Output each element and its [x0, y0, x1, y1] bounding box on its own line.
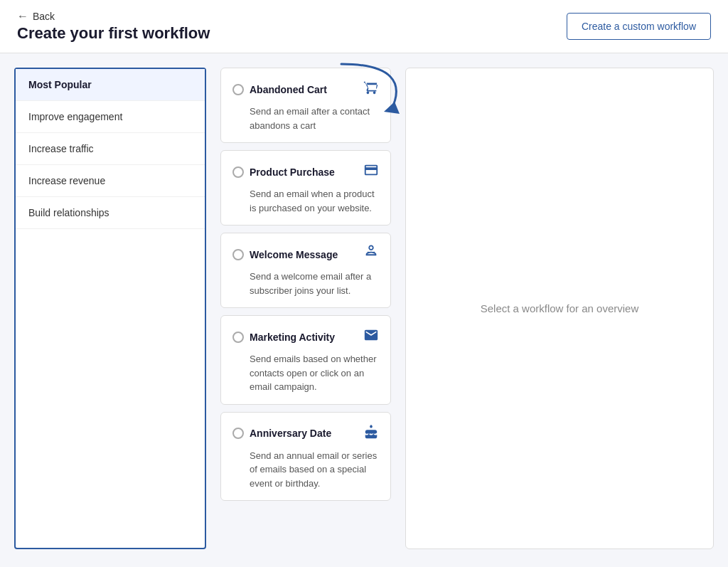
workflow-card-header-anniversary-date: Anniversary Date: [232, 424, 379, 443]
sidebar: Most PopularImprove engagementIncrease t…: [14, 68, 206, 549]
workflow-card-welcome-message[interactable]: Welcome MessageSend a welcome email afte…: [220, 233, 391, 308]
workflow-card-header-marketing-activity: Marketing Activity: [232, 327, 379, 346]
svg-marker-0: [384, 102, 400, 114]
workflow-card-header-product-purchase: Product Purchase: [232, 162, 379, 181]
workflow-desc-welcome-message: Send a welcome email after a subscriber …: [232, 270, 379, 297]
sidebar-item-build-relationships[interactable]: Build relationships: [16, 197, 205, 229]
top-bar: ← Back Create your first workflow Create…: [0, 0, 728, 53]
overview-panel: Select a workflow for an overview: [405, 68, 714, 549]
back-label: Back: [33, 11, 55, 22]
create-custom-workflow-button[interactable]: Create a custom workflow: [567, 13, 711, 40]
workflow-name-marketing-activity: Marketing Activity: [250, 332, 335, 343]
sidebar-item-increase-revenue[interactable]: Increase revenue: [16, 165, 205, 197]
workflow-icon-anniversary-date: [363, 424, 379, 443]
workflow-desc-marketing-activity: Send emails based on whether contacts op…: [232, 352, 379, 394]
workflow-name-anniversary-date: Anniversary Date: [250, 428, 331, 439]
page-title: Create your first workflow: [17, 24, 210, 43]
workflow-card-product-purchase[interactable]: Product PurchaseSend an email when a pro…: [220, 150, 391, 226]
sidebar-item-most-popular[interactable]: Most Popular: [16, 69, 205, 101]
workflow-name-product-purchase: Product Purchase: [250, 166, 335, 178]
sidebar-item-improve-engagement[interactable]: Improve engagement: [16, 101, 205, 133]
workflow-card-marketing-activity[interactable]: Marketing ActivitySend emails based on w…: [220, 315, 391, 405]
radio-welcome-message[interactable]: [232, 249, 244, 260]
arrow-indicator: [334, 60, 419, 120]
workflow-card-header-welcome-message: Welcome Message: [232, 245, 379, 264]
workflow-desc-anniversary-date: Send an annual email or series of emails…: [232, 449, 379, 491]
workflow-icon-welcome-message: [363, 245, 379, 264]
workflow-icon-marketing-activity: [363, 327, 379, 346]
workflows-section: Abandoned CartSend an email after a cont…: [206, 53, 728, 563]
workflow-name-abandoned-cart: Abandoned Cart: [250, 84, 327, 95]
workflow-name-welcome-message: Welcome Message: [250, 249, 338, 260]
workflow-desc-product-purchase: Send an email when a product is purchase…: [232, 187, 379, 215]
radio-abandoned-cart[interactable]: [232, 84, 244, 95]
sidebar-item-increase-traffic[interactable]: Increase traffic: [16, 133, 205, 165]
overview-placeholder: Select a workflow for an overview: [481, 302, 639, 314]
radio-anniversary-date[interactable]: [232, 428, 244, 439]
radio-product-purchase[interactable]: [232, 166, 244, 178]
workflow-icon-product-purchase: [363, 162, 379, 181]
workflows-list: Abandoned CartSend an email after a cont…: [220, 68, 391, 549]
title-section: ← Back Create your first workflow: [17, 10, 210, 43]
back-link[interactable]: ← Back: [17, 10, 210, 23]
radio-marketing-activity[interactable]: [232, 332, 244, 343]
main-content: Most PopularImprove engagementIncrease t…: [0, 53, 728, 563]
back-arrow-icon: ←: [17, 10, 28, 23]
workflow-card-anniversary-date[interactable]: Anniversary DateSend an annual email or …: [220, 412, 391, 502]
